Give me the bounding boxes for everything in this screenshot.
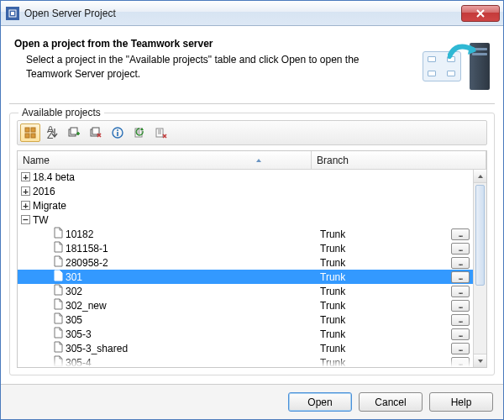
branch-cell: Trunk [315,357,451,368]
file-icon [53,241,63,255]
manage-button[interactable] [151,123,171,142]
file-icon [53,270,63,284]
row-options-button[interactable]: ... [451,243,470,255]
expand-icon[interactable]: + [21,186,30,196]
projects-table: Name Branch +18.4 beta+2016+Migrate−TW10… [17,150,487,368]
project-name: 305-3 [66,328,92,340]
scroll-thumb[interactable] [475,185,485,286]
file-icon [53,298,63,312]
table-row[interactable]: 305Trunk... [18,312,473,327]
file-icon [53,255,63,270]
window-title: Open Server Project [24,8,461,19]
branch-cell: Trunk [315,314,451,326]
row-options-button[interactable]: ... [451,257,470,269]
dialog-footer: Open Cancel Help [1,384,503,419]
dialog-window: Open Server Project Open a project from … [0,0,504,420]
folder-label: 2016 [33,186,55,197]
refresh-button[interactable] [129,123,150,142]
svg-rect-11 [71,128,77,134]
table-row[interactable]: 280958-2Trunk... [18,255,473,270]
sort-button[interactable]: AZ [42,123,62,142]
scroll-track[interactable] [474,183,486,354]
row-options-button[interactable]: ... [451,228,470,240]
row-options-button[interactable]: ... [451,314,470,326]
header-title: Open a project from the Teamwork server [14,38,414,50]
folder-label: TW [33,214,49,226]
column-header-name-label: Name [23,155,50,166]
project-name: 301 [66,271,82,283]
branch-cell: Trunk [315,271,451,283]
branch-cell: Trunk [315,328,451,340]
table-row[interactable]: 305-3Trunk... [18,327,473,341]
groupbox-label: Available projects [18,107,104,118]
project-name: 305 [66,314,82,326]
titlebar[interactable]: Open Server Project [1,1,503,26]
branch-cell: Trunk [315,257,451,269]
project-name: 305-4 [66,357,92,368]
svg-rect-1 [11,12,14,15]
svg-rect-5 [25,134,29,138]
app-icon [6,7,19,20]
project-name: 10182 [66,228,93,240]
project-name: 280958-2 [66,257,108,269]
dialog-body: Open a project from the Teamwork server … [1,26,503,384]
server-illustration [423,38,490,92]
row-options-button[interactable]: ... [451,286,470,297]
view-mode-button[interactable] [20,123,40,142]
file-icon [53,227,63,241]
close-button[interactable] [461,5,500,22]
table-header: Name Branch [18,151,486,170]
file-icon [53,312,63,327]
column-header-branch-label: Branch [317,155,349,166]
open-button[interactable]: Open [288,392,352,412]
branch-cell: Trunk [315,228,451,240]
table-row[interactable]: 302Trunk... [18,284,473,298]
toolbar: AZ [17,120,487,145]
file-icon [53,327,63,341]
svg-point-15 [117,129,118,131]
tree-folder[interactable]: +18.4 beta [18,170,473,184]
scroll-up-button[interactable] [474,170,486,183]
file-icon [53,341,63,355]
add-category-button[interactable] [64,123,84,142]
row-options-button[interactable]: ... [451,357,470,368]
row-options-button[interactable]: ... [451,343,470,354]
svg-rect-4 [25,128,29,132]
table-row[interactable]: 302_newTrunk... [18,298,473,312]
expand-icon[interactable]: + [21,172,30,181]
sort-indicator-icon [255,157,262,164]
column-header-branch[interactable]: Branch [312,151,486,169]
branch-cell: Trunk [315,243,451,255]
collapse-icon[interactable]: − [21,215,30,224]
info-button[interactable] [108,123,128,142]
branch-cell: Trunk [315,286,451,297]
svg-rect-7 [31,134,35,138]
tree-folder[interactable]: +Migrate [18,198,473,213]
help-button[interactable]: Help [429,392,493,412]
scroll-down-button[interactable] [474,354,486,367]
table-row[interactable]: 10182Trunk... [18,227,473,241]
file-icon [53,284,63,298]
remove-category-button[interactable] [86,123,106,142]
column-header-name[interactable]: Name [18,151,312,169]
cancel-button[interactable]: Cancel [359,392,423,412]
table-row[interactable]: 181158-1Trunk... [18,241,473,255]
table-body: +18.4 beta+2016+Migrate−TW10182Trunk...1… [18,170,486,367]
row-options-button[interactable]: ... [451,328,470,340]
folder-label: 18.4 beta [33,171,75,183]
header: Open a project from the Teamwork server … [9,33,495,104]
table-row[interactable]: 305-3_sharedTrunk... [18,341,473,355]
row-options-button[interactable]: ... [451,271,470,283]
table-row[interactable]: 305-4Trunk... [18,355,473,367]
available-projects-group: Available projects AZ Name Branch [9,113,495,375]
branch-cell: Trunk [315,343,451,354]
vertical-scrollbar[interactable] [473,170,486,367]
tree-folder[interactable]: +2016 [18,184,473,198]
tree-folder[interactable]: −TW [18,213,473,227]
project-name: 302_new [66,300,107,312]
project-name: 305-3_shared [66,343,128,354]
table-row[interactable]: 301Trunk... [18,270,473,284]
row-options-button[interactable]: ... [451,300,470,312]
svg-rect-6 [31,128,35,132]
expand-icon[interactable]: + [21,201,30,210]
